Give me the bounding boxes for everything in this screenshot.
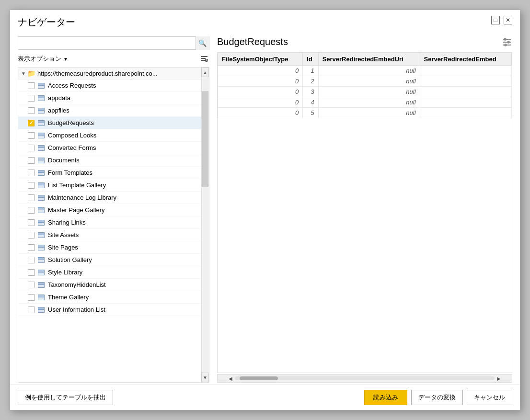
panel-settings-button[interactable] [502,37,512,47]
budget-requests-label: BudgetRequests [48,119,94,126]
cancel-button[interactable]: キャンセル [467,390,512,405]
scroll-down-button[interactable]: ▼ [201,373,209,382]
col-server-uri: ServerRedirectedEmbedUri [318,53,420,66]
data-table: FileSystemObjectType Id ServerRedirected… [218,53,512,118]
cell-uri: null [318,76,420,87]
list-item[interactable]: List Template Gallery [18,179,209,192]
display-options[interactable]: 表示オプション ▼ [18,55,68,63]
right-buttons: 読み込み データの変換 キャンセル [364,390,512,405]
svg-rect-0 [201,56,207,57]
load-button[interactable]: 読み込み [364,390,407,405]
list-item[interactable]: Sharing Links [18,216,209,229]
list-template-gallery-checkbox[interactable] [28,182,35,189]
table-icon-converted-forms [37,145,45,151]
list-item[interactable]: Form Templates [18,167,209,179]
panel-title: BudgetRequests [217,36,288,47]
data-table-container[interactable]: FileSystemObjectType Id ServerRedirected… [217,52,512,373]
table-icon-solution-gallery [37,257,45,263]
list-item[interactable]: TaxonomyHiddenList [18,279,209,291]
budget-requests-checkbox[interactable] [28,120,35,126]
svg-rect-1 [201,58,206,59]
converted-forms-checkbox[interactable] [28,145,35,151]
list-item[interactable]: Maintenance Log Library [18,192,209,204]
style-library-label: Style Library [48,269,82,276]
h-scroll-track[interactable] [235,376,495,380]
table-icon-documents [37,157,45,164]
form-templates-checkbox[interactable] [28,170,35,176]
list-item[interactable]: Site Pages [18,241,209,254]
user-information-list-checkbox[interactable] [28,306,35,313]
list-item[interactable]: Composed Looks [18,129,209,142]
theme-gallery-checkbox[interactable] [28,294,35,301]
master-page-gallery-checkbox[interactable] [28,207,35,214]
documents-checkbox[interactable] [28,157,35,164]
minimize-button[interactable]: □ [491,16,500,24]
list-item[interactable]: Master Page Gallery [18,204,209,216]
cell-id: 3 [303,87,319,97]
list-item[interactable]: Access Requests [18,79,209,92]
scroll-left-button[interactable]: ◀ [226,374,235,383]
cell-uri: null [318,66,420,76]
list-item[interactable]: appdata [18,92,209,104]
table-header-row: FileSystemObjectType Id ServerRedirected… [218,53,512,66]
cell-filesystem: 0 [218,108,303,118]
panel-title-row: BudgetRequests [217,36,512,47]
list-item[interactable]: Converted Forms [18,142,209,154]
extract-button[interactable]: 例を使用してテーブルを抽出 [18,390,113,405]
col-id: Id [303,53,319,66]
cell-filesystem: 0 [218,76,303,87]
col-server-embed: ServerRedirectedEmbed [420,53,511,66]
cell-embed [420,97,511,108]
list-item[interactable]: Site Assets [18,229,209,241]
solution-gallery-label: Solution Gallery [48,256,92,263]
form-templates-label: Form Templates [48,169,92,176]
list-template-gallery-label: List Template Gallery [48,182,106,189]
table-icon-appdata [37,95,45,102]
col-filesystem: FileSystemObjectType [218,53,303,66]
appdata-checkbox[interactable] [28,95,35,102]
bottom-bar: 例を使用してテーブルを抽出 読み込み データの変換 キャンセル [10,385,520,410]
h-scroll-thumb[interactable] [240,376,278,380]
table-icon-taxonomy-hidden-list [37,282,45,288]
solution-gallery-checkbox[interactable] [28,257,35,263]
table-icon-form-templates [37,170,45,176]
title-bar: ナビゲーター □ ✕ [10,10,520,33]
list-item[interactable]: appfiles [18,104,209,117]
list-item[interactable]: Documents [18,154,209,167]
close-button[interactable]: ✕ [504,16,512,24]
style-library-checkbox[interactable] [28,269,35,276]
scroll-up-button[interactable]: ▲ [201,68,209,77]
site-pages-checkbox[interactable] [28,244,35,251]
access-requests-checkbox[interactable] [28,82,35,89]
sharing-links-checkbox[interactable] [28,219,35,226]
scrollbar-track[interactable] [201,77,209,373]
table-row: 0 4 null [218,97,512,108]
scroll-right-button[interactable]: ▶ [495,374,503,383]
search-input[interactable] [18,40,196,47]
search-button[interactable]: 🔍 [196,36,209,50]
options-label-text: 表示オプション [18,55,61,63]
list-item[interactable]: Solution Gallery [18,254,209,266]
collapse-arrow-icon: ▼ [21,71,26,76]
tree-root-item[interactable]: ▼ 📁 https://themeasuredproduct.sharepoin… [18,68,209,79]
appfiles-checkbox[interactable] [28,107,35,114]
transform-button[interactable]: データの変換 [411,390,463,405]
composed-looks-checkbox[interactable] [28,132,35,139]
maintenance-log-checkbox[interactable] [28,194,35,201]
table-icon-master-page-gallery [37,207,45,214]
table-icon-budget-requests [37,120,45,126]
composed-looks-label: Composed Looks [48,132,96,139]
table-body: 0 1 null 0 2 null 0 [218,66,512,118]
horizontal-scrollbar[interactable]: ◀ ▶ [217,374,512,383]
site-assets-checkbox[interactable] [28,232,35,238]
taxonomy-hidden-list-checkbox[interactable] [28,282,35,288]
list-item[interactable]: Theme Gallery [18,291,209,304]
list-item[interactable]: Style Library [18,266,209,279]
budget-requests-item[interactable]: BudgetRequests [18,117,209,129]
tree-container[interactable]: ▼ 📁 https://themeasuredproduct.sharepoin… [18,67,209,383]
list-item[interactable]: User Information List [18,304,209,316]
options-icon-btn[interactable] [199,54,209,64]
scrollbar-thumb[interactable] [202,91,208,187]
table-icon-access-requests [37,82,45,89]
table-row: 0 2 null [218,76,512,87]
